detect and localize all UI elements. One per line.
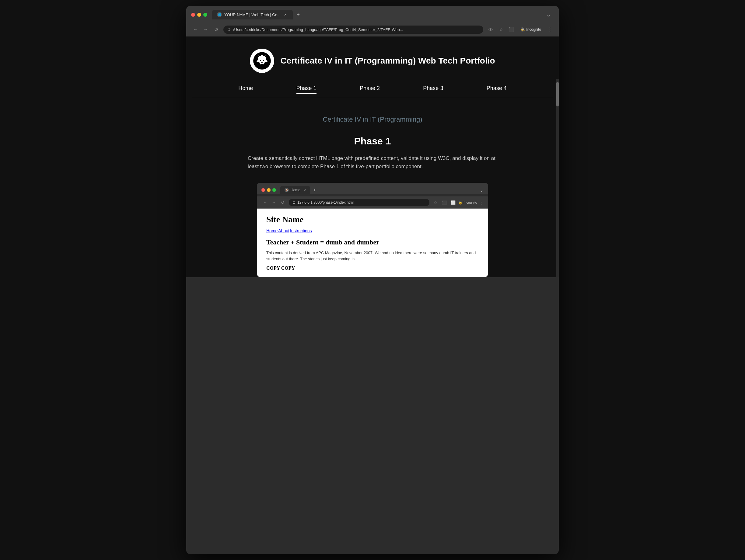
back-button[interactable]: ← bbox=[191, 25, 200, 34]
screenshot-incognito-icon: 🔒 bbox=[458, 201, 462, 205]
screenshot-browser-btn: ⬜ bbox=[450, 199, 457, 206]
screenshot-toolbar-actions: ☆ ⬛ ⬜ 🔒 Incognito ⋮ bbox=[432, 199, 484, 206]
screenshot-nav-btns: ← → ↺ bbox=[261, 199, 286, 206]
main-content: Certificate IV in IT (Programming) Phase… bbox=[235, 115, 510, 277]
screenshot-incognito-label: Incognito bbox=[463, 201, 477, 204]
nav-home[interactable]: Home bbox=[238, 85, 253, 94]
more-button[interactable]: ⋮ bbox=[546, 25, 554, 34]
screenshot-tab-close: ✕ bbox=[303, 188, 306, 192]
nav-buttons: ← → ↺ bbox=[191, 25, 220, 34]
screenshot-controls: 🏠 Home ✕ + ⌄ bbox=[261, 186, 484, 194]
screenshot-back-btn: ← bbox=[261, 199, 269, 206]
tab-close-button[interactable]: ✕ bbox=[283, 12, 288, 17]
phase-title: Phase 1 bbox=[248, 136, 497, 147]
close-button[interactable] bbox=[191, 13, 195, 17]
minimize-button[interactable] bbox=[197, 13, 201, 17]
screenshot-copy-text: COPY COPY bbox=[266, 266, 479, 271]
screenshot-address-bar: ⊙ 127.0.0.1:3000/phase-1/index.html bbox=[289, 199, 429, 206]
nav-phase4[interactable]: Phase 4 bbox=[487, 85, 507, 94]
privacy-icon[interactable]: 👁 bbox=[486, 25, 495, 34]
phase-description: Create a semantically correct HTML page … bbox=[248, 154, 497, 171]
incognito-badge: 🕵 Incognito bbox=[517, 26, 544, 33]
screenshot-heading: Teacher + Student = dumb and dumber bbox=[266, 238, 479, 246]
nav-phase1[interactable]: Phase 1 bbox=[296, 85, 317, 94]
phase-screenshot: 🏠 Home ✕ + ⌄ ← bbox=[257, 183, 488, 277]
screenshot-bookmark-btn: ☆ bbox=[432, 199, 439, 206]
screenshot-reload-btn: ↺ bbox=[279, 199, 286, 206]
site-logo bbox=[250, 49, 274, 73]
scrollbar-track[interactable] bbox=[556, 79, 559, 277]
new-tab-button[interactable]: + bbox=[294, 10, 302, 19]
screenshot-extension-btn: ⬛ bbox=[441, 199, 448, 206]
nav-phase2[interactable]: Phase 2 bbox=[360, 85, 380, 94]
browser-controls: 🌐 YOUR NAME | Web Tech | Ce... ✕ + ⌄ bbox=[191, 10, 554, 20]
screenshot-site-name: Site Name bbox=[266, 215, 479, 224]
screenshot-more-btn: ⋮ bbox=[479, 200, 484, 206]
outer-wrapper: 🌐 YOUR NAME | Web Tech | Ce... ✕ + ⌄ ← →… bbox=[0, 0, 745, 560]
address-text: /Users/cedricko/Documents/Programing_Lan… bbox=[233, 27, 479, 32]
screenshot-address-icon: ⊙ bbox=[292, 200, 295, 205]
screenshot-nav-about: About bbox=[278, 228, 289, 233]
screenshot-nav-home: Home bbox=[266, 228, 278, 233]
reload-button[interactable]: ↺ bbox=[212, 25, 220, 34]
expand-button[interactable]: ⌄ bbox=[546, 11, 554, 18]
screenshot-nav-instructions: Instructions bbox=[290, 228, 312, 233]
incognito-icon: 🕵 bbox=[520, 27, 525, 32]
incognito-label: Incognito bbox=[526, 27, 541, 32]
site-title: Certificate IV in IT (Programming) Web T… bbox=[280, 56, 495, 66]
site-brand: Certificate IV in IT (Programming) Web T… bbox=[250, 49, 495, 73]
bookmark-button[interactable]: ☆ bbox=[497, 25, 505, 34]
site-navigation: Home Phase 1 Phase 2 Phase 3 Phase 4 bbox=[192, 82, 553, 97]
browser-titlebar: 🌐 YOUR NAME | Web Tech | Ce... ✕ + ⌄ bbox=[186, 6, 559, 23]
browser-window: 🌐 YOUR NAME | Web Tech | Ce... ✕ + ⌄ ← →… bbox=[186, 6, 559, 554]
tab-bar: 🌐 YOUR NAME | Web Tech | Ce... ✕ + bbox=[212, 10, 302, 20]
screenshot-tab: 🏠 Home ✕ bbox=[280, 186, 310, 194]
page-subtitle: Certificate IV in IT (Programming) bbox=[248, 115, 497, 124]
screenshot-minimize-btn bbox=[267, 188, 270, 192]
screenshot-maximize-btn bbox=[272, 188, 276, 192]
screenshot-traffic-lights bbox=[261, 188, 276, 192]
extension-button[interactable]: ⬛ bbox=[507, 25, 516, 34]
screenshot-toolbar: ← → ↺ ⊙ 127.0.0.1:3000/phase-1/index.htm… bbox=[257, 197, 488, 209]
forward-button[interactable]: → bbox=[201, 25, 210, 34]
address-bar[interactable]: ⊙ /Users/cedricko/Documents/Programing_L… bbox=[223, 26, 483, 34]
screenshot-forward-btn: → bbox=[270, 199, 278, 206]
svg-point-1 bbox=[260, 60, 261, 61]
svg-point-2 bbox=[263, 60, 264, 61]
site-header: Certificate IV in IT (Programming) Web T… bbox=[186, 36, 559, 115]
traffic-lights bbox=[191, 13, 207, 17]
screenshot-titlebar: 🏠 Home ✕ + ⌄ bbox=[257, 183, 488, 194]
screenshot-new-tab: + bbox=[311, 187, 318, 193]
screenshot-tab-bar: 🏠 Home ✕ + bbox=[280, 186, 318, 194]
screenshot-page-content: Site Name HomeAboutInstructions Teacher … bbox=[257, 209, 488, 277]
tab-favicon-icon: 🌐 bbox=[217, 12, 222, 17]
screenshot-address-text: 127.0.0.1:3000/phase-1/index.html bbox=[297, 200, 354, 205]
toolbar-actions: 👁 ☆ ⬛ 🕵 Incognito ⋮ bbox=[486, 25, 554, 34]
tab-title: YOUR NAME | Web Tech | Ce... bbox=[224, 12, 281, 17]
active-tab[interactable]: 🌐 YOUR NAME | Web Tech | Ce... ✕ bbox=[212, 10, 293, 20]
screenshot-tab-title: Home bbox=[291, 188, 300, 192]
scrollbar-thumb[interactable] bbox=[556, 82, 559, 106]
screenshot-tab-favicon: 🏠 bbox=[285, 188, 289, 192]
screenshot-incognito: 🔒 Incognito bbox=[458, 201, 477, 205]
screenshot-body-text: This content is derived from APC Magazin… bbox=[266, 250, 479, 262]
screenshot-nav-links: HomeAboutInstructions bbox=[266, 228, 479, 234]
browser-toolbar: ← → ↺ ⊙ /Users/cedricko/Documents/Progra… bbox=[186, 23, 559, 36]
maximize-button[interactable] bbox=[203, 13, 207, 17]
nav-phase3[interactable]: Phase 3 bbox=[423, 85, 443, 94]
screenshot-expand: ⌄ bbox=[480, 187, 484, 193]
screenshot-close-btn bbox=[261, 188, 265, 192]
address-secure-icon: ⊙ bbox=[228, 27, 231, 32]
page-content: Certificate IV in IT (Programming) Web T… bbox=[186, 36, 559, 277]
